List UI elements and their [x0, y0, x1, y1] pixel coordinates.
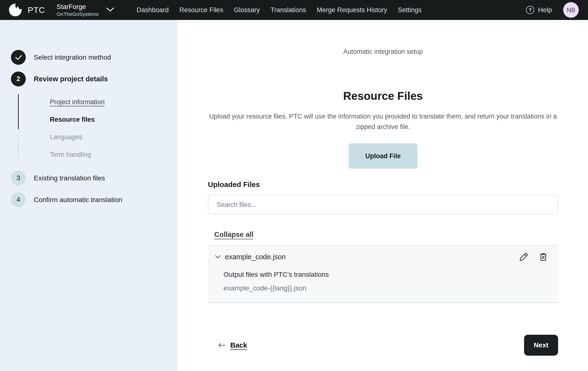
file-actions [519, 252, 548, 262]
collapse-all-link[interactable]: Collapse all [214, 230, 253, 239]
edit-file-button[interactable] [519, 252, 529, 262]
file-row: example_code.json [214, 252, 548, 262]
back-link[interactable]: Back [218, 341, 247, 349]
substep-term-handling: Term handling [50, 146, 171, 163]
help-label: Help [538, 6, 552, 14]
file-output-label: Output files with PTC's translations [223, 271, 548, 278]
file-output-pattern: example_code-{{lang}}.json [223, 284, 548, 292]
next-button[interactable]: Next [524, 335, 558, 356]
help-link[interactable]: ? Help [526, 6, 552, 14]
expand-chevron-icon[interactable] [214, 254, 222, 260]
step-4-label: Confirm automatic translation [34, 196, 122, 204]
chevron-down-icon [106, 7, 114, 13]
page: PTC StarForge OnTheGoSystems Dashboard R… [0, 0, 588, 371]
nav-item-merge-requests-history[interactable]: Merge Requests History [317, 6, 387, 14]
project-selector[interactable]: StarForge OnTheGoSystems [57, 3, 114, 17]
search-files-input[interactable] [208, 195, 558, 215]
layout: Select integration method 2 Review proje… [0, 20, 588, 371]
trash-icon [538, 252, 548, 262]
page-description: Upload your resource files. PTC will use… [208, 111, 558, 132]
page-title: Resource Files [208, 90, 558, 102]
step-3-label: Existing translation files [34, 174, 105, 182]
nav-item-translations[interactable]: Translations [270, 6, 306, 14]
file-name: example_code.json [225, 253, 286, 261]
wizard-stepper-sidebar: Select integration method 2 Review proje… [0, 20, 178, 371]
upload-file-button[interactable]: Upload File [349, 143, 418, 169]
pencil-icon [519, 252, 529, 262]
wizard-footer: Back Next [208, 335, 558, 356]
step-2-substeps: Project information Resource files Langu… [11, 93, 171, 163]
step-1-label: Select integration method [34, 54, 111, 61]
main-content: Automatic integration setup Resource Fil… [178, 20, 588, 371]
step-4-marker: 4 [11, 192, 26, 207]
substep-rail-upcoming [18, 131, 19, 162]
avatar[interactable]: NB [563, 2, 579, 18]
step-1-marker [11, 50, 26, 65]
substep-project-information[interactable]: Project information [50, 93, 171, 111]
project-text: StarForge OnTheGoSystems [57, 3, 99, 17]
project-org: OnTheGoSystems [57, 11, 99, 17]
step-3-marker: 3 [11, 171, 26, 186]
back-label: Back [230, 341, 247, 349]
substep-languages: Languages [50, 128, 171, 146]
check-icon [15, 55, 22, 60]
uploaded-file-card: example_code.json [208, 245, 558, 303]
brand-name: PTC [28, 5, 45, 15]
substep-rail-completed [18, 94, 19, 129]
topbar-right: ? Help NB [526, 2, 579, 18]
step-existing-translation-files: 3 Existing translation files [11, 171, 171, 186]
nav-item-glossary[interactable]: Glossary [234, 6, 260, 14]
step-review-project-details[interactable]: 2 Review project details [11, 72, 171, 87]
ptc-logo-icon [8, 3, 22, 17]
uploaded-files-heading: Uploaded Files [208, 180, 558, 189]
step-confirm-automatic-translation: 4 Confirm automatic translation [11, 192, 171, 207]
nav-item-dashboard[interactable]: Dashboard [137, 6, 169, 14]
project-name: StarForge [57, 3, 99, 11]
step-2-label: Review project details [34, 75, 108, 83]
nav-item-settings[interactable]: Settings [398, 6, 422, 14]
substep-resource-files[interactable]: Resource files [50, 111, 171, 128]
main-nav: Dashboard Resource Files Glossary Transl… [137, 6, 422, 14]
nav-item-resource-files[interactable]: Resource Files [179, 6, 223, 14]
question-circle-icon: ? [526, 6, 534, 14]
setup-kicker: Automatic integration setup [208, 48, 558, 55]
topbar: PTC StarForge OnTheGoSystems Dashboard R… [0, 0, 588, 20]
step-select-integration-method[interactable]: Select integration method [11, 50, 171, 65]
step-2-marker: 2 [11, 72, 26, 87]
left-arrow-icon [218, 342, 226, 348]
delete-file-button[interactable] [538, 252, 548, 262]
